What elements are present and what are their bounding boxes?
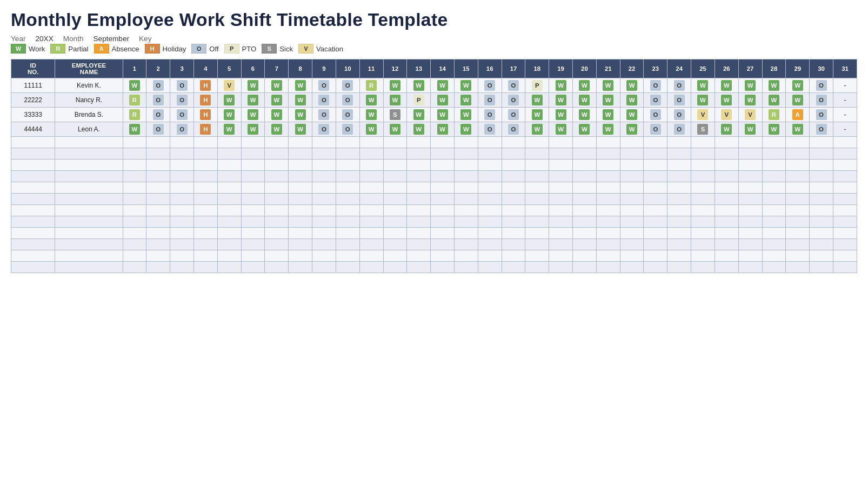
day-badge: W xyxy=(271,124,282,135)
empty-cell xyxy=(454,228,478,239)
empty-cell xyxy=(691,250,715,262)
empty-cell xyxy=(217,262,241,273)
empty-cell xyxy=(502,148,525,160)
day-badge: O xyxy=(153,95,164,105)
empty-cell xyxy=(265,194,289,205)
cell-day-3: O xyxy=(170,78,194,93)
day-badge: W xyxy=(626,124,637,135)
empty-cell xyxy=(478,228,502,239)
day-badge: W xyxy=(745,80,756,91)
empty-cell xyxy=(620,171,644,182)
empty-cell xyxy=(11,160,55,171)
legend-label-s: Sick xyxy=(279,45,293,53)
empty-cell xyxy=(359,216,383,228)
day-badge: H xyxy=(200,80,211,91)
cell-day-5: W xyxy=(217,108,241,122)
day-badge: A xyxy=(792,109,803,120)
empty-cell xyxy=(289,137,312,148)
empty-cell xyxy=(55,250,123,262)
empty-cell xyxy=(312,216,336,228)
day-badge: W xyxy=(248,109,258,120)
cell-day-20: W xyxy=(573,108,597,122)
empty-cell xyxy=(810,216,833,228)
empty-cell xyxy=(502,160,525,171)
empty-cell xyxy=(170,262,194,273)
cell-day-5: W xyxy=(217,122,241,137)
day-badge: W xyxy=(792,95,803,105)
table-row: 11111Kevin K.WOOHVWWWOORWWWWOOPWWWWOOWWW… xyxy=(11,78,857,93)
empty-cell xyxy=(644,160,667,171)
empty-cell xyxy=(146,160,170,171)
day-badge: W xyxy=(792,124,803,135)
day-badge: W xyxy=(697,80,708,91)
day-badge: O xyxy=(816,80,827,91)
empty-cell xyxy=(11,216,55,228)
empty-cell xyxy=(241,171,265,182)
day-badge: W xyxy=(295,95,306,105)
empty-cell xyxy=(478,250,502,262)
col-header-day-6: 6 xyxy=(241,59,265,78)
empty-cell xyxy=(265,228,289,239)
empty-cell xyxy=(11,262,55,273)
empty-cell xyxy=(786,262,810,273)
empty-cell xyxy=(833,239,857,250)
empty-cell xyxy=(454,216,478,228)
empty-cell xyxy=(11,137,55,148)
empty-cell xyxy=(241,262,265,273)
cell-day-2: O xyxy=(146,78,170,93)
empty-cell xyxy=(383,216,407,228)
col-header-day-16: 16 xyxy=(478,59,502,78)
empty-cell xyxy=(146,194,170,205)
empty-cell xyxy=(123,148,146,160)
day-badge: R xyxy=(129,109,140,120)
cell-day-7: W xyxy=(265,122,289,137)
legend-box-p: P xyxy=(224,44,239,54)
empty-cell xyxy=(359,194,383,205)
empty-cell xyxy=(194,216,218,228)
day-badge: W xyxy=(769,124,779,135)
cell-day-15: W xyxy=(454,78,478,93)
empty-cell xyxy=(738,148,762,160)
legend-label-r: Partial xyxy=(68,45,88,53)
day-badge: W xyxy=(437,95,448,105)
day-badge: W xyxy=(224,95,235,105)
empty-cell xyxy=(55,228,123,239)
legend-item-w: WWork xyxy=(11,44,45,54)
empty-cell xyxy=(336,160,359,171)
empty-cell xyxy=(289,228,312,239)
day-badge: W xyxy=(437,109,448,120)
cell-day-19: W xyxy=(549,122,573,137)
day-badge: W xyxy=(460,80,471,91)
empty-cell xyxy=(146,205,170,216)
cell-day-24: O xyxy=(667,93,691,108)
empty-cell xyxy=(667,194,691,205)
empty-cell xyxy=(55,148,123,160)
empty-cell xyxy=(549,239,573,250)
cell-day-26: W xyxy=(715,93,738,108)
empty-row xyxy=(11,228,857,239)
empty-cell xyxy=(573,160,597,171)
day-badge: O xyxy=(816,109,827,120)
empty-cell xyxy=(123,262,146,273)
empty-cell xyxy=(359,171,383,182)
day-badge: P xyxy=(413,95,424,105)
empty-cell xyxy=(265,137,289,148)
empty-cell xyxy=(644,182,667,194)
empty-cell xyxy=(620,194,644,205)
empty-cell xyxy=(454,205,478,216)
legend-label-p: PTO xyxy=(242,45,257,53)
empty-cell xyxy=(833,216,857,228)
day-badge: O xyxy=(508,80,519,91)
legend-label-a: Absence xyxy=(112,45,139,53)
empty-cell xyxy=(431,205,455,216)
empty-cell xyxy=(407,228,431,239)
empty-cell xyxy=(383,228,407,239)
empty-cell xyxy=(383,171,407,182)
empty-cell xyxy=(217,160,241,171)
empty-cell xyxy=(810,262,833,273)
empty-cell xyxy=(502,250,525,262)
day-badge: W xyxy=(271,95,282,105)
month-value: September xyxy=(94,35,130,43)
legend-item-p: PPTO xyxy=(224,44,257,54)
empty-cell xyxy=(265,205,289,216)
